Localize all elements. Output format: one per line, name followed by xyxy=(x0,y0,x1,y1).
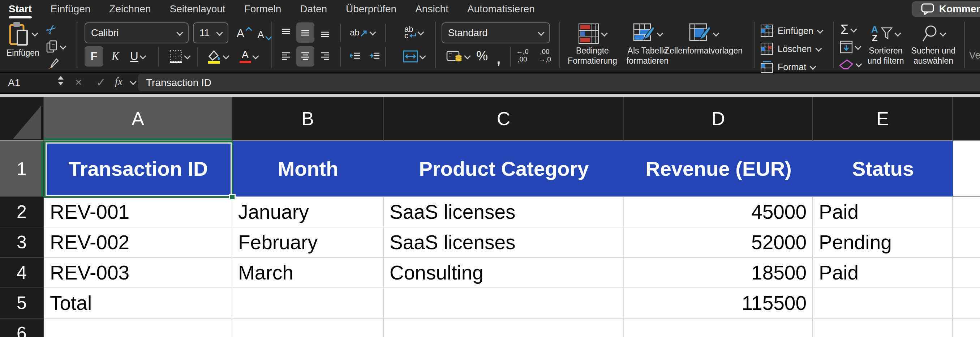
cell-B2[interactable]: January xyxy=(232,197,384,227)
align-top-button[interactable] xyxy=(277,22,295,43)
cell-D2[interactable]: 45000 xyxy=(624,197,813,227)
comma-style-button[interactable]: , xyxy=(496,53,501,61)
cell-D5[interactable]: 115500 xyxy=(624,288,813,319)
font-size-combo[interactable]: 11 xyxy=(193,22,228,43)
menu-item-formeln[interactable]: Formeln xyxy=(244,3,282,15)
cell-A5[interactable]: Total xyxy=(44,288,232,319)
cell-D1[interactable]: Revenue (EUR) xyxy=(624,141,813,197)
column-header-C[interactable]: C xyxy=(384,97,624,141)
align-bottom-button[interactable] xyxy=(316,22,334,43)
row-header-4[interactable]: 4 xyxy=(0,258,44,288)
cell-C2[interactable]: SaaS licenses xyxy=(384,197,624,227)
cut-button[interactable]: ✂ xyxy=(46,22,65,36)
increase-font-size-button[interactable]: A xyxy=(235,23,253,43)
name-box[interactable]: A1 xyxy=(0,73,54,93)
insert-function-button[interactable]: fx xyxy=(115,75,123,88)
conditional-formatting-button[interactable]: Bedingte Formatierung xyxy=(565,22,620,66)
column-header-D[interactable]: D xyxy=(624,97,813,141)
cell-styles-button[interactable]: Zellenformatvorlagen xyxy=(659,22,749,56)
align-left-button[interactable] xyxy=(277,46,295,67)
name-box-spinner[interactable] xyxy=(58,76,64,85)
cell-F1[interactable] xyxy=(953,141,980,197)
menu-item-zeichnen[interactable]: Zeichnen xyxy=(109,3,151,15)
fill-button[interactable] xyxy=(840,40,861,54)
align-center-button[interactable] xyxy=(296,46,314,67)
cell-C6[interactable] xyxy=(384,319,624,337)
cell-B5[interactable] xyxy=(232,288,384,319)
cell-C1[interactable]: Product Category xyxy=(384,141,624,197)
menu-item-ansicht[interactable]: Ansicht xyxy=(415,3,449,15)
accounting-format-button[interactable] xyxy=(442,46,473,67)
borders-button[interactable] xyxy=(164,46,194,67)
text-orientation-button[interactable]: ab xyxy=(346,22,379,43)
cell-F4[interactable] xyxy=(953,258,980,288)
italic-button[interactable]: K xyxy=(106,46,124,67)
menu-item-automatisieren[interactable]: Automatisieren xyxy=(467,3,535,15)
cancel-entry-button[interactable]: × xyxy=(75,75,82,89)
align-right-button[interactable] xyxy=(316,46,334,67)
cell-D6[interactable] xyxy=(624,319,813,337)
cell-E2[interactable]: Paid xyxy=(813,197,953,227)
delete-cells-button[interactable]: Löschen xyxy=(760,41,821,56)
cell-E6[interactable] xyxy=(813,319,953,337)
cell-F2[interactable] xyxy=(953,197,980,227)
cell-C3[interactable]: SaaS licenses xyxy=(384,227,624,258)
cell-E4[interactable]: Paid xyxy=(813,258,953,288)
menu-item-überprüfen[interactable]: Überprüfen xyxy=(346,3,396,15)
row-header-3[interactable]: 3 xyxy=(0,227,44,258)
percent-style-button[interactable]: % xyxy=(476,48,488,64)
row-header-5[interactable]: 5 xyxy=(0,288,44,319)
column-header-B[interactable]: B xyxy=(232,97,384,141)
copy-button[interactable] xyxy=(46,40,65,54)
cell-E5[interactable] xyxy=(813,288,953,319)
find-select-button[interactable]: Suchen und auswählen xyxy=(910,22,957,66)
cell-C4[interactable]: Consulting xyxy=(384,258,624,288)
number-format-combo[interactable]: Standard xyxy=(442,22,550,43)
cell-C5[interactable] xyxy=(384,288,624,319)
select-all-button[interactable] xyxy=(0,97,44,141)
cell-B1[interactable]: Month xyxy=(232,141,384,197)
insert-cells-button[interactable]: Einfügen xyxy=(760,23,822,38)
cell-E1[interactable]: Status xyxy=(813,141,953,197)
cell-D4[interactable]: 18500 xyxy=(624,258,813,288)
cell-A4[interactable]: REV-003 xyxy=(44,258,232,288)
bold-button[interactable]: F xyxy=(84,46,103,67)
fill-handle[interactable] xyxy=(229,194,235,200)
autosum-button[interactable]: Σ xyxy=(840,22,856,37)
paste-button[interactable]: Einfügen xyxy=(6,21,40,58)
formula-input[interactable]: Transaction ID xyxy=(138,74,980,91)
column-header-E[interactable]: E xyxy=(813,97,953,141)
format-painter-button[interactable] xyxy=(46,57,65,71)
menu-item-daten[interactable]: Daten xyxy=(300,3,327,15)
cell-D3[interactable]: 52000 xyxy=(624,227,813,258)
cell-A6[interactable] xyxy=(44,319,232,337)
font-color-button[interactable]: A xyxy=(234,46,263,67)
cell-F5[interactable] xyxy=(953,288,980,319)
increase-decimal-button[interactable]: ,00 →,0 xyxy=(538,48,551,63)
wrap-text-button[interactable]: ab c xyxy=(398,22,430,43)
clear-button[interactable] xyxy=(839,57,861,72)
cell-B3[interactable]: February xyxy=(232,227,384,258)
cell-A2[interactable]: REV-001 xyxy=(44,197,232,227)
cell-F6[interactable] xyxy=(953,319,980,337)
decrease-font-size-button[interactable]: A xyxy=(255,25,273,45)
increase-indent-button[interactable] xyxy=(366,46,384,67)
decrease-decimal-button[interactable]: ←,0 ,00 xyxy=(516,48,529,63)
sensitivity-label-partial[interactable]: Vert xyxy=(969,50,980,61)
merge-center-button[interactable] xyxy=(398,46,430,67)
cell-A3[interactable]: REV-002 xyxy=(44,227,232,258)
sort-filter-button[interactable]: AZ Sortieren und filtern xyxy=(864,22,907,66)
row-header-2[interactable]: 2 xyxy=(0,197,44,227)
column-header-F[interactable] xyxy=(953,97,980,141)
cell-F3[interactable] xyxy=(953,227,980,258)
font-name-combo[interactable]: Calibri xyxy=(84,22,189,43)
underline-button[interactable]: U xyxy=(124,46,151,67)
cell-B6[interactable] xyxy=(232,319,384,337)
decrease-indent-button[interactable] xyxy=(346,46,364,67)
cell-B4[interactable]: March xyxy=(232,258,384,288)
confirm-entry-button[interactable]: ✓ xyxy=(96,75,106,89)
row-header-6[interactable]: 6 xyxy=(0,319,44,337)
cell-E3[interactable]: Pending xyxy=(813,227,953,258)
align-middle-button[interactable] xyxy=(296,22,314,43)
fill-color-button[interactable] xyxy=(202,46,232,67)
